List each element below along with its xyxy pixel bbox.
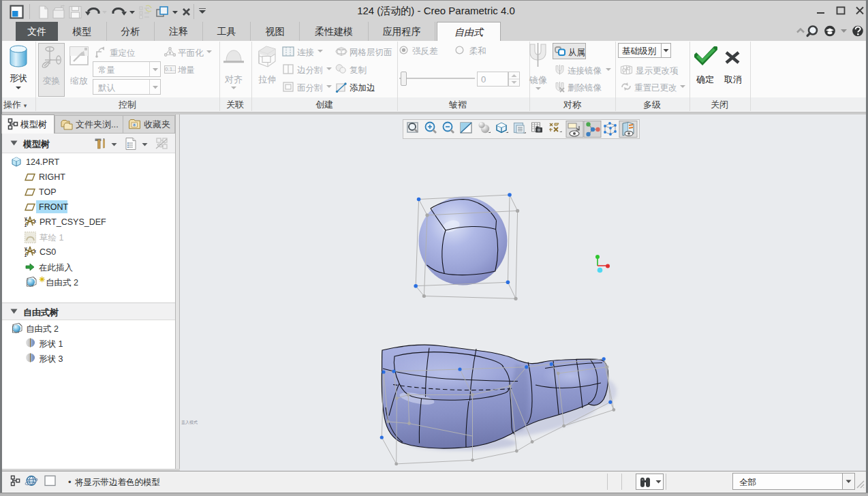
- svg-text:x: x: [34, 249, 37, 253]
- svg-text:y: y: [25, 246, 27, 251]
- svg-text:y: y: [25, 216, 27, 221]
- svg-text:✳: ✳: [132, 122, 136, 128]
- svg-text:x: x: [34, 219, 37, 223]
